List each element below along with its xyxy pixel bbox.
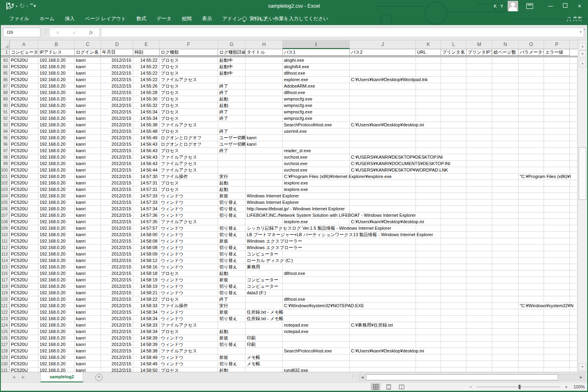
cell-login[interactable]: kanri <box>75 77 101 83</box>
cell-type[interactable]: プロセス <box>160 70 218 76</box>
cell-ip[interactable]: 192.168.0.20 <box>38 135 75 141</box>
cell-type[interactable]: プロセス <box>160 367 218 372</box>
cell-detail[interactable]: 切り替え <box>218 264 246 270</box>
row-number[interactable]: 89 <box>0 96 10 103</box>
cell-detail[interactable]: 切り替え <box>218 342 246 348</box>
cell-detail[interactable]: 切り替え <box>218 258 246 264</box>
table-row[interactable]: 129PC520U192.168.0.20kanri2012/2/1514:58… <box>0 354 577 361</box>
cell-computer[interactable]: PC520U <box>10 77 38 83</box>
cell-date[interactable]: 2012/2/15 <box>101 225 133 231</box>
row-number[interactable]: 101 <box>0 174 10 180</box>
cell-ip[interactable]: 192.168.0.20 <box>38 322 75 328</box>
cell-ip[interactable]: 192.168.0.20 <box>38 193 75 199</box>
cell-date[interactable]: 2012/2/15 <box>101 309 133 315</box>
cell-time[interactable]: 14:58:49 <box>133 354 160 361</box>
cell-path1[interactable]: iexplore.exe <box>283 187 309 193</box>
cell-detail[interactable]: 終了 <box>218 90 246 96</box>
cell-ip[interactable]: 192.168.0.20 <box>38 199 75 205</box>
qat-customize-button[interactable]: ▔▼ <box>30 0 37 12</box>
cell-date[interactable]: 2012/2/15 <box>101 77 133 83</box>
cell-path1[interactable]: explorer.exe <box>283 77 309 83</box>
cell-computer[interactable]: PC520U <box>10 316 38 322</box>
cell-detail[interactable]: 終了 <box>218 83 246 89</box>
cell-title[interactable]: data3 (F:) <box>246 290 267 296</box>
undo-dropdown-icon[interactable]: ▼ <box>15 5 18 8</box>
cell-time[interactable]: 14:58:19 <box>133 283 160 289</box>
cell-type[interactable]: ウィンドウ <box>160 225 218 231</box>
cell-computer[interactable]: PC520U <box>10 83 38 89</box>
cell-ip[interactable]: 192.168.0.20 <box>38 283 75 289</box>
cell-time[interactable]: 14:55:48 <box>133 128 160 134</box>
column-header-M[interactable]: M <box>466 40 492 49</box>
cell-time[interactable]: 14:55:32 <box>133 103 160 109</box>
cell-time[interactable]: 14:58:34 <box>133 316 160 322</box>
table-row[interactable]: 83PC520U192.168.0.20kanri2012/2/1514:55:… <box>0 57 577 64</box>
table-row[interactable]: 109PC520U192.168.0.20kanri2012/2/1514:57… <box>0 225 577 232</box>
table-row[interactable]: 105PC520U192.168.0.20kanri2012/2/1514:57… <box>0 199 577 206</box>
cell-time[interactable]: 14:57:33 <box>133 199 160 205</box>
cell-login[interactable]: kanri <box>75 199 101 205</box>
cell-login[interactable]: kanri <box>75 141 101 147</box>
cell-path1[interactable]: aloghi64.exe <box>283 64 310 70</box>
cell-detail[interactable]: 切り替え <box>218 206 246 212</box>
table-row[interactable]: 86PC520U192.168.0.20kanri2012/2/1514:55:… <box>0 77 577 83</box>
cell-login[interactable]: kanri <box>75 187 101 193</box>
cell-detail[interactable]: 終了 <box>218 148 246 154</box>
cell-ip[interactable]: 192.168.0.20 <box>38 348 75 354</box>
table-row[interactable]: 112PC520U192.168.0.20kanri2012/2/1514:58… <box>0 245 577 251</box>
cell-type[interactable]: ウィンドウ <box>160 277 218 283</box>
cell-computer[interactable]: PC520U <box>10 96 38 102</box>
column-header-G[interactable]: G <box>218 40 246 49</box>
cell-ip[interactable]: 192.168.0.20 <box>38 238 75 244</box>
cell-detail[interactable]: 新規 <box>218 354 246 361</box>
table-row[interactable]: 97PC520U192.168.0.20kanri2012/2/1514:56:… <box>0 148 577 154</box>
cell-computer[interactable]: PC520U <box>10 303 38 309</box>
scroll-left-icon[interactable]: ◀ <box>359 374 365 380</box>
cell-path1[interactable]: svchost.exe <box>283 154 309 160</box>
cell-login[interactable]: kanri <box>75 238 101 244</box>
table-row[interactable]: 101PC520U192.168.0.20kanri2012/2/1514:57… <box>0 174 577 180</box>
cell-time[interactable]: 14:58:08 <box>133 238 160 244</box>
cell-computer[interactable]: PC520U <box>10 135 38 141</box>
cell-time[interactable]: 14:55:49 <box>133 135 160 141</box>
cell-computer[interactable]: PC520U <box>10 167 38 173</box>
cell-time[interactable]: 14:55:22 <box>133 57 160 63</box>
cell-detail[interactable]: 新規 <box>218 238 246 244</box>
cell-login[interactable]: kanri <box>75 83 101 89</box>
table-row[interactable]: 106PC520U192.168.0.20kanri2012/2/1514:57… <box>0 206 577 212</box>
row-number[interactable]: 121 <box>0 303 10 309</box>
header-cell-N[interactable]: 総ページ数 <box>492 49 519 56</box>
cell-type[interactable]: ウィンドウ <box>160 251 218 257</box>
cell-type[interactable]: ファイルアクセス <box>160 122 218 128</box>
cell-detail[interactable]: 切り替え <box>218 232 246 238</box>
cell-detail[interactable]: 切り替え <box>218 361 246 367</box>
cell-path2[interactable]: C:¥USERS¥KANRI¥DOCUMENTS¥DESKTOP.INI <box>350 161 452 167</box>
cell-computer[interactable]: PC520U <box>10 361 38 367</box>
cell-ip[interactable]: 192.168.0.20 <box>38 83 75 89</box>
cell-date[interactable]: 2012/2/15 <box>101 335 133 341</box>
tell-me-box[interactable]: 実行したい作業を入力してください <box>242 12 328 25</box>
cell-date[interactable]: 2012/2/15 <box>101 64 133 70</box>
cell-login[interactable]: kanri <box>75 316 101 322</box>
select-all-corner[interactable] <box>0 40 10 49</box>
cell-time[interactable]: 14:55:22 <box>133 64 160 70</box>
cell-login[interactable]: kanri <box>75 109 101 115</box>
cell-login[interactable]: kanri <box>75 258 101 264</box>
table-row[interactable]: 110PC520U192.168.0.20kanri2012/2/1514:58… <box>0 232 577 238</box>
row-number[interactable]: 124 <box>0 322 10 329</box>
cell-path1[interactable]: notepad.exe <box>283 329 310 335</box>
cell-title[interactable]: LB ブートマネージャー+LB パーティションワークス13 製品情報 - Win… <box>246 232 434 238</box>
header-cell-D[interactable]: 年月日 <box>101 49 133 56</box>
cell-time[interactable]: 14:58:21 <box>133 290 160 296</box>
cell-computer[interactable]: PC520U <box>10 309 38 315</box>
ribbon-tab[interactable]: 数式 <box>131 12 151 25</box>
cell-type[interactable]: ウィンドウ <box>160 232 218 238</box>
table-row[interactable]: 94PC520U192.168.0.20kanri2012/2/1514:55:… <box>0 128 577 135</box>
minimize-button[interactable]: — <box>544 0 556 12</box>
cell-time[interactable]: 14:55:28 <box>133 90 160 96</box>
view-normal-button[interactable] <box>371 383 380 390</box>
cell-date[interactable]: 2012/2/15 <box>101 329 133 335</box>
row-number[interactable]: 125 <box>0 329 10 335</box>
horizontal-scroll-thumb[interactable] <box>366 374 558 380</box>
header-cell-P[interactable]: エラー値 <box>544 49 570 56</box>
